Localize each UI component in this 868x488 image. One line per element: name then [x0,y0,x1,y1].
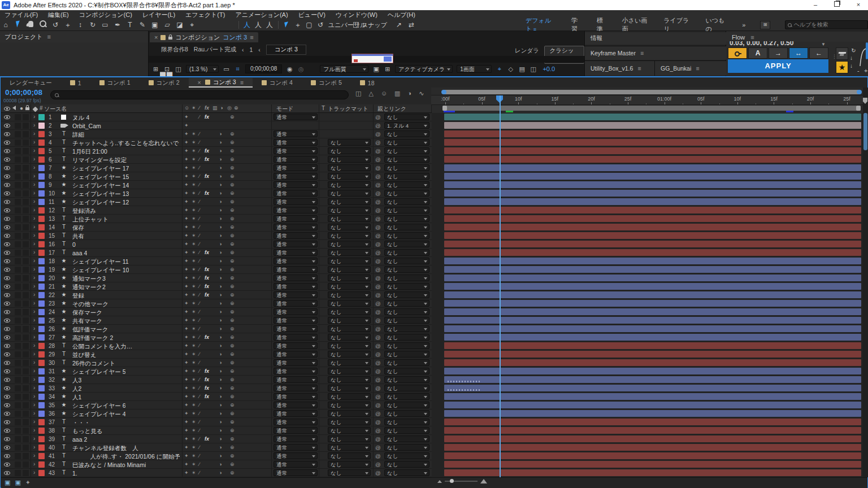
trackmatte-select[interactable]: なし [328,419,371,425]
trackmatte-select[interactable]: なし [328,410,371,417]
parent-select[interactable]: なし [384,368,429,374]
workspace-overflow-icon[interactable]: » [742,21,745,28]
layer-row[interactable]: ›20★通知マーク3✦✶∕fx◑⊕通常なし@なし [1,274,867,282]
audio-cell[interactable] [15,165,21,171]
collapse-switch[interactable]: ✦ [184,343,189,348]
label-color-swatch[interactable] [38,267,45,273]
audio-cell[interactable] [15,394,21,400]
layer-marker-blue[interactable] [786,111,793,112]
layer-row[interactable]: ›34★人1✦✶∕fx◑⊕通常なし@なし [1,393,867,401]
flow-sync-icon[interactable]: ↻ [850,47,857,54]
trackmatte-column-header[interactable]: トラックマット [328,105,368,113]
motion-blur-switch[interactable]: ◑ [219,334,222,340]
mode-select[interactable]: 通常 [274,291,318,298]
label-color-swatch[interactable] [38,317,45,324]
layer-bar[interactable] [444,317,861,324]
layer-marker-green[interactable] [506,111,513,112]
solo-cell[interactable] [23,131,29,137]
layer-name[interactable]: シェイプレイヤー 4 [72,411,125,419]
mini-flowchart-icon[interactable]: ◫ [355,90,361,97]
solo-cell[interactable] [23,402,29,408]
render-switch[interactable]: ✶ [192,411,196,416]
solo-cell[interactable] [23,190,29,197]
label-color-swatch[interactable] [38,411,45,417]
trackmatte-select[interactable]: なし [328,317,371,324]
layer-name[interactable]: シェイプレイヤー 11 [72,258,129,266]
flow-tutorial-button[interactable] [836,47,848,60]
cube-3d-switch[interactable]: ⊕ [230,453,235,459]
parent-pickwhip-icon[interactable]: @ [375,411,381,417]
motion-blur-switch[interactable]: ◑ [219,173,222,179]
label-color-swatch[interactable] [38,326,45,332]
roto-brush-tool[interactable]: ◪ [176,19,183,30]
parent-pickwhip-icon[interactable]: @ [375,250,381,256]
layer-name[interactable]: チャンネル登録者数 人 [72,445,138,452]
layer-bar[interactable] [444,291,861,298]
layer-row[interactable]: ›15T共有✦✶∕◑⊕通常なし@なし [1,232,867,240]
timeline-tab-7[interactable]: 18 [351,78,384,88]
motion-blur-switch[interactable]: ◑ [219,385,222,391]
layer-row[interactable]: ›42T巳波みなと / Minato Minami✦✶∕◑⊕通常なし@なし [1,460,867,469]
cube-3d-switch[interactable]: ⊕ [230,250,235,255]
cube-3d-switch[interactable]: ⊕ [230,182,235,188]
collapse-switch[interactable]: ✦ [184,165,189,171]
render-switch[interactable]: ✶ [192,317,196,323]
quality-switch[interactable]: ∕ [199,334,200,340]
parent-pickwhip-icon[interactable]: @ [375,419,381,425]
trackmatte-select[interactable]: なし [328,308,371,315]
label-color-swatch[interactable] [38,140,45,146]
layer-name[interactable]: シェイプレイヤー 12 [72,199,129,207]
motion-blur-switch[interactable]: ◑ [219,309,222,315]
layer-name[interactable]: aaa 2 [72,436,87,443]
audio-cell[interactable] [15,190,21,197]
layer-row[interactable]: ›22★登録✦✶∕fx◑⊕通常なし@なし [1,291,867,299]
expand-arrow[interactable]: › [33,308,35,315]
quality-switch[interactable]: ∕ [199,140,200,145]
panel-launcher-icon[interactable]: ⊞ [760,21,770,29]
quality-switch[interactable]: ∕ [199,351,200,357]
audio-cell[interactable] [15,428,21,434]
index-column-header[interactable]: # [40,105,43,111]
parent-column-header[interactable]: 親とリンク [377,105,406,113]
motion-blur-switch[interactable]: ◑ [219,461,222,467]
audio-cell[interactable] [15,343,21,349]
quality-switch[interactable]: ∕ [199,368,200,374]
apply-button[interactable]: APPLY [728,59,828,73]
fx-badge[interactable]: fx [205,385,209,391]
eye-toggle[interactable] [4,115,10,119]
layer-row[interactable]: ›13T上位チャット✦✶∕◑⊕通常なし@なし [1,215,867,223]
layer-bar[interactable] [444,325,861,332]
expand-arrow[interactable]: › [33,427,35,433]
frame-blend-switch-icon[interactable]: ▥ [212,105,218,111]
motion-blur-switch[interactable]: ◑ [219,207,222,213]
layer-bar[interactable] [444,274,861,281]
expand-arrow[interactable]: › [33,342,35,348]
layer-name[interactable]: 通知マーク3 [72,275,106,283]
solo-cell[interactable] [23,453,29,459]
layer-row[interactable]: ›41T 人が待..す・ 2021/01/06 に開始予定✦✶∕◑⊕通常なし@な… [1,452,867,460]
quality-switch[interactable]: ∕ [199,377,200,382]
label-color-swatch[interactable] [38,343,45,349]
trackmatte-select[interactable]: なし [328,139,371,146]
parent-pickwhip-icon[interactable]: @ [375,165,381,171]
clone-stamp-tool[interactable]: ▣ [151,19,158,30]
cube-3d-switch[interactable]: ⊕ [230,190,235,196]
mode-select[interactable]: 通常 [274,147,318,154]
eye-toggle[interactable] [4,285,10,289]
parent-pickwhip-icon[interactable]: @ [375,394,381,400]
mode-select[interactable]: 通常 [274,207,318,213]
quality-switch[interactable]: ∕ [199,402,200,408]
audio-cell[interactable] [15,182,21,188]
label-color-swatch[interactable] [38,284,45,290]
layer-name[interactable]: その他マーク [72,300,108,308]
render-switch[interactable]: ✶ [192,428,196,433]
trackmatte-select[interactable]: なし [328,147,371,154]
audio-cell[interactable] [15,419,21,425]
layer-bar[interactable] [444,130,861,137]
layer-name[interactable]: 公開コメントを入力… [72,343,132,351]
render-switch[interactable]: ✶ [192,173,196,179]
cube-3d-switch[interactable]: ⊕ [230,224,235,230]
layer-name[interactable]: 登録済み [72,207,96,215]
fx-badge[interactable]: fx [205,436,209,442]
solo-cell[interactable] [23,114,29,120]
